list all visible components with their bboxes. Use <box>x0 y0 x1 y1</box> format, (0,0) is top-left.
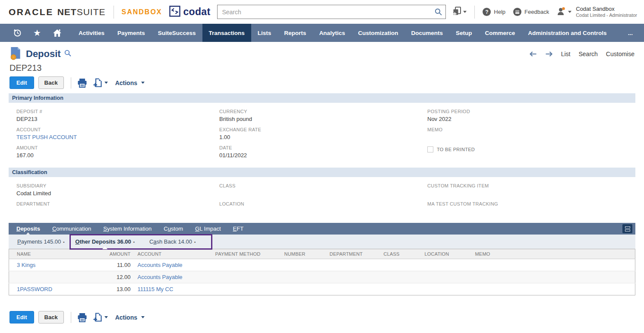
col-header-name: NAME <box>9 249 98 259</box>
field-value: Codat Limited <box>16 190 219 197</box>
actions-menu[interactable]: Actions <box>115 79 145 86</box>
codat-logo[interactable]: codat <box>169 6 211 19</box>
nav-item-lists[interactable]: Lists <box>251 24 278 42</box>
subtab-payments[interactable]: Payments 145.00• <box>17 238 64 245</box>
col-header-number: NUMBER <box>281 249 326 259</box>
oracle-netsuite-logo[interactable]: ORACLE NETSUITE <box>9 7 106 17</box>
chevron-down-icon <box>463 11 467 13</box>
help-button[interactable]: ? Help <box>483 8 513 16</box>
edit-button[interactable]: Edit <box>9 311 34 323</box>
user-info[interactable]: Codat Sandbox Codat Limited - Administra… <box>576 6 637 19</box>
toolbar-divider <box>71 77 71 89</box>
tab-custom[interactable]: Custom <box>164 225 183 232</box>
name-link[interactable]: 1PASSWORD <box>9 283 98 295</box>
amount-cell: 13.00 <box>98 283 134 295</box>
edit-button[interactable]: Edit <box>9 76 34 89</box>
department-cell <box>326 271 380 283</box>
field-posting-period: POSTING PERIOD Nov 2022 <box>427 109 635 123</box>
table-row: 12.00 Accounts Payable <box>9 271 635 283</box>
nav-item-suitesuccess[interactable]: SuiteSuccess <box>152 24 202 42</box>
back-button[interactable]: Back <box>38 76 64 89</box>
create-new-menu[interactable] <box>452 6 467 18</box>
add-record-menu[interactable] <box>93 78 108 88</box>
field-label: POSTING PERIOD <box>427 109 635 114</box>
field-value <box>16 208 219 215</box>
print-button[interactable] <box>77 313 87 322</box>
payment-method-cell <box>212 283 281 295</box>
col-header-department: DEPARTMENT <box>326 249 380 259</box>
location-cell <box>421 283 472 295</box>
col-header-amount: AMOUNT <box>98 249 134 259</box>
nav-item-transactions[interactable]: Transactions <box>202 24 251 42</box>
field-label: AMOUNT <box>16 145 219 150</box>
search-link[interactable]: Search <box>579 51 598 57</box>
roles-menu[interactable] <box>557 7 571 17</box>
account-link[interactable]: Accounts Payable <box>134 271 212 283</box>
nav-item-reports[interactable]: Reports <box>278 24 313 42</box>
tab-system-information[interactable]: System Information <box>103 225 152 232</box>
field-department: DEPARTMENT <box>16 201 219 215</box>
section-classification[interactable]: Classification <box>9 168 635 177</box>
next-record-arrow[interactable] <box>545 51 553 57</box>
bullet-icon: • <box>194 240 196 244</box>
shortcuts-star-icon[interactable]: ★ <box>33 29 41 37</box>
print-button[interactable] <box>77 78 87 88</box>
field-account: ACCOUNT TEST PUSH ACCOUNT <box>16 127 219 141</box>
field-label: DATE <box>219 145 427 150</box>
customise-link[interactable]: Customise <box>606 51 635 57</box>
amount-cell: 11.00 <box>98 259 134 271</box>
nav-overflow-menu[interactable]: ... <box>617 24 644 42</box>
to-be-printed-checkbox[interactable] <box>427 146 433 152</box>
main-nav: ★ Activities Payments SuiteSuccess Trans… <box>0 24 644 42</box>
field-value <box>219 208 427 215</box>
payment-method-cell <box>212 259 281 271</box>
account-link[interactable]: 111115 My CC <box>134 283 212 295</box>
previous-record-arrow[interactable] <box>529 51 537 57</box>
global-search-input[interactable] <box>217 5 446 19</box>
name-link[interactable]: 3 Kings <box>9 259 98 271</box>
subtab-cash-back[interactable]: Cash Back 14.00• <box>149 238 196 245</box>
tab-deposits[interactable]: Deposits <box>16 225 40 232</box>
back-button[interactable]: Back <box>38 311 64 323</box>
header-actions: ? Help Feedback Codat Sandbox <box>452 6 637 19</box>
recent-records-icon[interactable] <box>13 29 22 37</box>
sandbox-badge: SANDBOX <box>122 8 162 16</box>
field-value <box>427 134 635 141</box>
memo-cell <box>472 283 635 295</box>
nav-item-analytics[interactable]: Analytics <box>313 24 351 42</box>
tab-gl-impact[interactable]: GL Impact <box>195 225 221 232</box>
page-title: Deposit <box>26 48 61 60</box>
subtab-other-deposits[interactable]: Other Deposits 36.00• <box>75 238 135 245</box>
toggle-view-icon[interactable] <box>622 224 632 233</box>
record-search-icon[interactable] <box>64 50 71 58</box>
nav-item-commerce[interactable]: Commerce <box>478 24 521 42</box>
number-cell <box>281 271 326 283</box>
feedback-label: Feedback <box>524 9 549 15</box>
add-record-menu[interactable] <box>93 312 108 322</box>
list-link[interactable]: List <box>561 51 571 57</box>
col-header-payment-method: PAYMENT METHOD <box>212 249 281 259</box>
nav-item-payments[interactable]: Payments <box>111 24 152 42</box>
chevron-down-icon <box>141 316 145 318</box>
field-label: DEPOSIT # <box>16 109 219 114</box>
table-row: 3 Kings 11.00 Accounts Payable <box>9 259 635 271</box>
section-primary-information[interactable]: Primary Information <box>9 93 635 103</box>
field-label: ACCOUNT <box>16 127 219 132</box>
nav-item-activities[interactable]: Activities <box>72 24 111 42</box>
account-link[interactable]: Accounts Payable <box>134 259 212 271</box>
home-icon[interactable] <box>53 29 62 37</box>
primary-information-fields: DEPOSIT # DEP213 ACCOUNT TEST PUSH ACCOU… <box>16 109 635 163</box>
class-cell <box>380 271 421 283</box>
feedback-button[interactable]: Feedback <box>513 8 557 16</box>
tab-eft[interactable]: EFT <box>233 225 244 232</box>
actions-menu[interactable]: Actions <box>115 314 145 321</box>
tab-communication[interactable]: Communication <box>52 225 91 232</box>
subtab-amount: 36.00 <box>117 238 131 245</box>
account-link[interactable]: TEST PUSH ACCOUNT <box>16 134 219 141</box>
deposit-subtab-bar: Payments 145.00• Other Deposits 36.00• C… <box>9 235 635 249</box>
nav-item-documents[interactable]: Documents <box>404 24 449 42</box>
nav-item-administration-and-controls[interactable]: Administration and Controls <box>521 24 613 42</box>
search-icon[interactable] <box>435 8 442 17</box>
nav-item-setup[interactable]: Setup <box>449 24 479 42</box>
nav-item-customization[interactable]: Customization <box>351 24 404 42</box>
